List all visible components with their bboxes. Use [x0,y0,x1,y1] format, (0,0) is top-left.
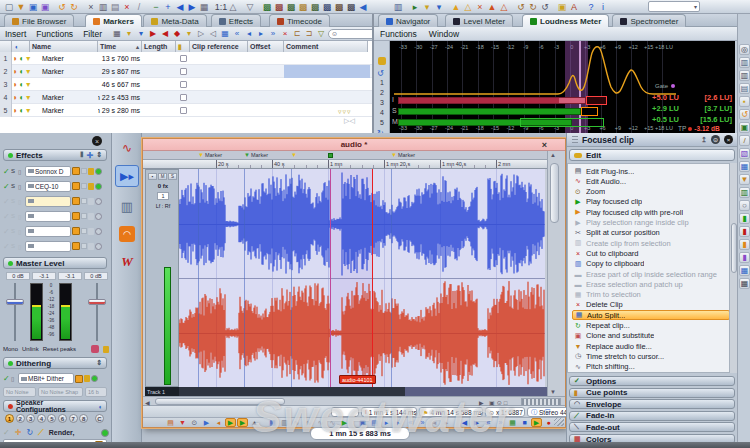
swirl-a-icon[interactable]: ↺ [515,1,527,13]
toolbar-combo-box[interactable]: ▾ [648,1,700,12]
marker-time-cell[interactable]: 2 mn 29 s 280 ms [98,104,142,117]
length-cell[interactable] [142,78,176,91]
marker-time-cell[interactable]: 46 s 667 ms [98,78,142,91]
preset-box-icon[interactable] [72,242,80,250]
offset-cell[interactable] [248,52,284,65]
transport-icon-10[interactable]: ▥ [279,418,290,427]
table-header-1[interactable]: ◖ [12,41,30,52]
tool-b-icon[interactable]: ▾ [421,1,433,13]
meter-rainbow-icon[interactable]: ▮ [739,252,750,263]
solo-button[interactable]: S [11,198,17,204]
length-cell[interactable] [142,104,176,117]
ratio-1-1-icon[interactable]: 1:1 [215,1,227,13]
section-bar-envelope[interactable]: ◠Envelope [569,399,735,409]
speaker-config-2[interactable]: 2 [16,414,25,423]
marker-name-cell[interactable]: Marker [40,52,98,65]
film-icon[interactable]: ▥ [392,1,404,13]
transport-icon-30[interactable]: ▦ [507,418,518,427]
marker-time-cell[interactable]: 29 s 867 ms [98,65,142,78]
transport-icon-26[interactable]: ◀ [459,418,470,427]
swirl-c-icon[interactable]: ↺ [539,1,551,13]
menu-item-play-selection-range-inside-clip[interactable]: ▶Play selection range inside clip [572,218,730,228]
flag-back-icon[interactable]: ◀ [160,29,170,39]
status-empty-field[interactable] [331,407,359,417]
preset-box-icon[interactable] [72,182,80,190]
transport-icon-17[interactable]: ▣ [357,418,368,427]
transport-icon-4[interactable]: ◂ [213,418,224,427]
transport-icon-29[interactable]: » [495,418,506,427]
solo-button[interactable]: S [11,243,17,249]
horizontal-scrollbar[interactable]: ◀▶▣⊙□ [143,396,565,406]
render-button[interactable]: Render, [49,429,75,436]
track-name-chip[interactable]: Track 1 [145,387,179,396]
tool-c-icon[interactable]: ▾ [433,1,445,13]
table-header-5[interactable]: ▮ [176,41,190,52]
power-icon[interactable] [101,429,109,437]
plugin-name-field[interactable] [25,241,71,252]
lock-icon[interactable] [88,198,94,205]
transport-icon-19[interactable]: ▸ [381,418,392,427]
flag-red-icon[interactable]: ▶ [148,29,158,39]
rotate-left-icon[interactable]: ↺ [377,69,384,78]
save-icon[interactable]: ▣ [27,1,39,13]
columns-icon[interactable]: ⦀ [80,151,83,159]
nav-next-icon[interactable]: ▸ [256,29,266,39]
menu-item-pitch-shifting[interactable]: ∿Pitch shifting... [572,362,730,372]
timeline-marker[interactable]: ▼Marker [198,151,222,160]
add-icon[interactable]: ✛ [86,151,93,160]
effect-slot[interactable]: ✓S▯ [3,224,109,238]
transport-icon-9[interactable]: ▦ [267,418,278,427]
gallery-icon[interactable]: ▣ [739,122,750,133]
menu-item-edit-plug-ins[interactable]: ▤Edit Plug-ins... [572,166,730,176]
transport-icon-1[interactable]: ▼ [177,418,188,427]
plugin-name-field[interactable] [25,226,71,237]
minus-icon[interactable]: − [150,1,162,13]
menu-item-repeat-clip[interactable]: ↻Repeat clip... [572,321,730,331]
back-icon[interactable]: ◀ [174,1,186,13]
clip-name-badge[interactable]: audio-44101 [339,375,376,384]
transport-icon-22[interactable]: » [417,418,428,427]
grid-icon[interactable]: ▦ [739,278,750,289]
save-all-icon[interactable]: ▣ [39,1,51,13]
transport-icon-15[interactable]: ▶ [339,418,350,427]
transport-icon-21[interactable]: « [405,418,416,427]
sort-down-icon[interactable]: ▽ [244,1,256,13]
undo-icon[interactable]: ↺ [56,1,68,13]
menu-item-replace-audio-file[interactable]: ▼Replace audio file... [572,341,730,351]
transport-icon-0[interactable]: ▤ [165,418,176,427]
view-a-icon[interactable]: ▩ [261,1,273,13]
mixer-icon[interactable]: ▥ [739,57,750,68]
table-row[interactable]: 1◗◖▼Marker13 s 760 ms [0,52,372,65]
drop-yellow-icon[interactable]: ▾ [124,29,134,39]
transport-icon-12[interactable]: ∿ [303,418,314,427]
lock-icon[interactable] [88,243,94,250]
view-c-icon[interactable]: ▩ [285,1,297,13]
bracket-in-icon[interactable]: ⊏ [292,29,302,39]
nav-first-icon[interactable]: « [232,29,242,39]
key-icon[interactable]: ▪ [739,96,750,107]
solo-button[interactable]: S [11,213,17,219]
meter-blue-icon[interactable]: ▦ [739,265,750,276]
zoom-buttons[interactable]: ▣⊙□ [489,399,509,406]
track-number-box[interactable]: 1 [157,192,169,200]
marker-b-icon[interactable]: △ [462,1,474,13]
undo-icon[interactable]: ↺ [739,109,750,120]
sort-up-icon[interactable]: △ [227,1,239,13]
scroll-up-icon[interactable]: ▲ [550,152,556,158]
snap-icon[interactable]: ▦ [198,1,210,13]
track-button-0[interactable]: ▪ [148,173,157,180]
power-icon[interactable] [95,243,102,250]
lock-icon[interactable] [88,213,94,220]
swirl-b-icon[interactable]: ↻ [527,1,539,13]
chart-icon[interactable]: ▥ [739,187,750,198]
master-button-unlink[interactable]: Unlink [22,346,39,352]
dithering-header[interactable]: Dithering⇕ [3,357,107,369]
speaker-config-7[interactable]: 7 [69,414,78,423]
close-icon[interactable]: × [724,135,733,144]
plugin-name-field[interactable]: Sonnox D [25,166,71,177]
meter-green-icon[interactable]: ▮ [739,213,750,224]
offset-cell[interactable] [248,78,284,91]
meter-red-icon[interactable]: ▮ [739,226,750,237]
offset-cell[interactable] [248,104,284,117]
marker-a-icon[interactable]: ▲ [450,1,462,13]
